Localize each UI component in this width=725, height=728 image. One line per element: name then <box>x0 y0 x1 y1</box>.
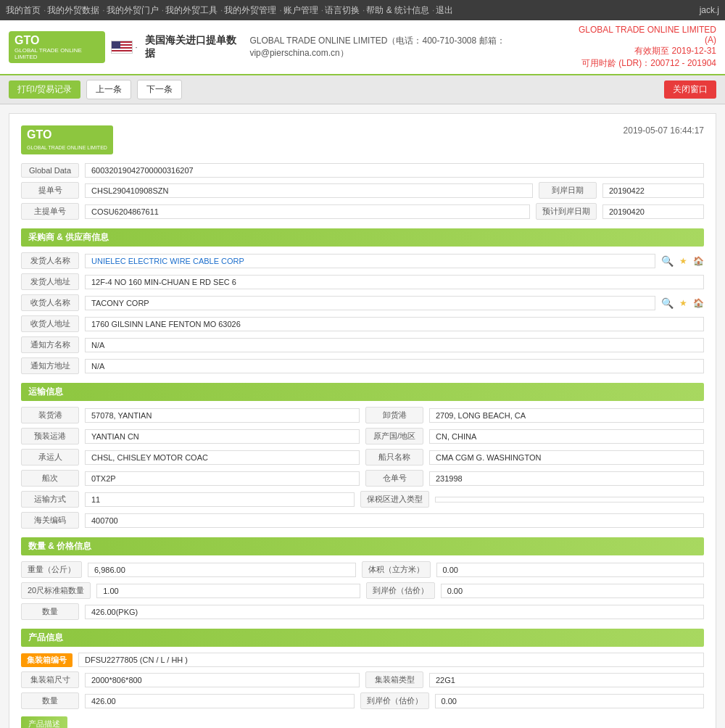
arrival-price-label: 到岸价（估价） <box>366 582 435 599</box>
load-port-label: 装货港 <box>21 407 79 423</box>
valid-until: 有效期至 2019-12-31 <box>576 45 716 57</box>
home-icon-consignee[interactable]: 🏠 <box>693 298 704 308</box>
load-port-value: 57078, YANTIAN <box>85 408 360 423</box>
product-desc-section: 产品描述 POWER CORD 细头 DETAIL AS PER LIST AT… <box>21 713 704 728</box>
print-button[interactable]: 打印/贸易记录 <box>9 80 80 99</box>
transport-value: 11 <box>85 492 355 507</box>
nav-language[interactable]: 语言切换 <box>325 4 360 17</box>
next-button[interactable]: 下一条 <box>137 80 182 99</box>
origin-label: 原产国/地区 <box>365 428 423 444</box>
product-arrival-price-value: 0.00 <box>435 694 705 708</box>
record-datetime: 2019-05-07 16:44:17 <box>624 125 704 136</box>
container-no-value: DFSU2277805 (CN / L / HH ) <box>78 653 704 667</box>
consignee-name-value: TACONY CORP <box>85 296 655 310</box>
notify-addr-value: N/A <box>85 359 704 373</box>
logo-sub: GLOBAL TRADE ONLINE LIMITED <box>14 47 99 60</box>
nav-trade-mgmt[interactable]: 我的外贸管理 <box>224 4 276 17</box>
container-size-row: 集装箱尺寸 2000*806*800 集装箱类型 22G1 <box>21 671 704 688</box>
volume-value: 0.00 <box>436 563 705 577</box>
container20-label: 20尺标准箱数量 <box>21 582 91 599</box>
notify-name-row: 通知方名称 N/A <box>21 336 704 353</box>
consignee-name-label: 收货人名称 <box>21 294 79 311</box>
main-content: GTO GLOBAL TRADE ONLINE LIMITED 2019-05-… <box>0 104 725 728</box>
master-bill-value: COSU6204867611 <box>85 204 530 219</box>
top-nav: 我的首页 · 我的外贸数据 · 我的外贸门户 · 我的外贸工具 · 我的外贸管理… <box>0 0 725 20</box>
star-icon-consignee[interactable]: ★ <box>679 298 687 308</box>
home-icon-shipper[interactable]: 🏠 <box>693 256 704 266</box>
container-no-badge: 集装箱编号 <box>21 653 72 667</box>
carrier-label: 承运人 <box>21 449 79 466</box>
quantity-label: 数量 <box>21 603 79 620</box>
customs-code-value: 400700 <box>85 513 704 528</box>
bonded-label: 保税区进入类型 <box>360 491 429 508</box>
star-icon-shipper[interactable]: ★ <box>679 256 687 266</box>
nav-trade-data[interactable]: 我的外贸数据 <box>47 4 99 17</box>
logo-box: GTO GLOBAL TRADE ONLINE LIMITED <box>9 31 105 63</box>
shipper-addr-label: 发货人地址 <box>21 273 79 290</box>
header: GTO GLOBAL TRADE ONLINE LIMITED · 美国海关进口… <box>0 20 725 75</box>
arrival-date-value: 20190422 <box>602 183 704 198</box>
volume-label: 体积（立方米） <box>362 561 431 578</box>
record-logo-sub: GLOBAL TRADE ONLINE LIMITED <box>27 145 107 150</box>
notify-addr-row: 通知方地址 N/A <box>21 357 704 374</box>
discharge-port-label: 卸货港 <box>365 407 423 423</box>
record-logo-text: GTO <box>27 128 51 141</box>
product-desc-label: 产品描述 <box>21 716 67 728</box>
container-type-label: 集装箱类型 <box>365 671 423 688</box>
consignee-addr-row: 收货人地址 1760 GILSINN LANE FENTON MO 63026 <box>21 315 704 332</box>
master-bill-row: 主提单号 COSU6204867611 预计到岸日期 20190420 <box>21 203 704 220</box>
record-logo: GTO GLOBAL TRADE ONLINE LIMITED <box>21 125 113 154</box>
company-info: GLOBAL TRADE ONLINE LIMITED（电话：400-710-3… <box>249 35 575 59</box>
carrier-row: 承运人 CHSL, CHISLEY MOTOR COAC 船只名称 CMA CG… <box>21 449 704 466</box>
container-type-value: 22G1 <box>429 673 704 687</box>
flag-icon <box>111 41 133 54</box>
consignee-name-row: 收货人名称 TACONY CORP 🔍 ★ 🏠 <box>21 294 704 311</box>
nav-help[interactable]: 帮助 & 统计信息 <box>366 4 429 17</box>
nav-trade-portal[interactable]: 我的外贸门户 <box>107 4 159 17</box>
nav-trade-tools[interactable]: 我的外贸工具 <box>165 4 218 17</box>
estimated-date-value: 20190420 <box>602 204 704 219</box>
port-row: 装货港 57078, YANTIAN 卸货港 2709, LONG BEACH,… <box>21 407 704 423</box>
search-icon-consignee[interactable]: 🔍 <box>661 297 674 309</box>
search-icon-shipper[interactable]: 🔍 <box>661 255 674 267</box>
master-bill-label: 主提单号 <box>21 203 79 220</box>
prev-button[interactable]: 上一条 <box>86 80 131 99</box>
bill-no-label: 提单号 <box>21 182 79 199</box>
shipper-addr-value: 12F-4 NO 160 MIN-CHUAN E RD SEC 6 <box>85 275 704 289</box>
flag-label: · <box>136 43 138 51</box>
arrival-price-value: 0.00 <box>441 584 704 598</box>
nav-account[interactable]: 账户管理 <box>283 4 318 17</box>
record-card: GTO GLOBAL TRADE ONLINE LIMITED 2019-05-… <box>9 113 716 728</box>
shipper-name-value[interactable]: UNIELEC ELECTRIC WIRE CABLE CORP <box>85 254 655 268</box>
pre-voyage-value: YANTIAN CN <box>85 429 360 444</box>
notify-name-value: N/A <box>85 338 704 352</box>
container-size-value: 2000*806*800 <box>85 673 360 687</box>
product-section-header: 产品信息 <box>21 629 704 647</box>
logo-area: GTO GLOBAL TRADE ONLINE LIMITED · 美国海关进口… <box>9 31 576 63</box>
bill-arrival-row: 提单号 CHSL290410908SZN 到岸日期 20190422 <box>21 182 704 199</box>
quantity-section-header: 数量 & 价格信息 <box>21 537 704 555</box>
top-toolbar: 打印/贸易记录 上一条 下一条 关闭窗口 <box>0 75 725 104</box>
quantity-value: 426.00(PKG) <box>85 605 704 619</box>
weight-value: 6,986.00 <box>88 563 356 577</box>
notify-addr-label: 通知方地址 <box>21 357 79 374</box>
arrival-date-label: 到岸日期 <box>539 182 597 199</box>
close-button[interactable]: 关闭窗口 <box>664 80 716 99</box>
shipper-name-row: 发货人名称 UNIELEC ELECTRIC WIRE CABLE CORP 🔍… <box>21 252 704 269</box>
notify-name-label: 通知方名称 <box>21 336 79 353</box>
container-size-label: 集装箱尺寸 <box>21 671 79 688</box>
nav-home[interactable]: 我的首页 <box>6 4 41 17</box>
record-header: GTO GLOBAL TRADE ONLINE LIMITED 2019-05-… <box>21 125 704 154</box>
transport-label: 运输方式 <box>21 491 79 508</box>
quantity-row: 数量 426.00(PKG) <box>21 603 704 620</box>
container20-row: 20尺标准箱数量 1.00 到岸价（估价） 0.00 <box>21 582 704 599</box>
bill-no-value: CHSL290410908SZN <box>85 183 533 198</box>
global-data-row: Global Data 60032019042700000316207 <box>21 163 704 178</box>
shipper-addr-row: 发货人地址 12F-4 NO 160 MIN-CHUAN E RD SEC 6 <box>21 273 704 290</box>
container20-value: 1.00 <box>96 584 360 598</box>
nav-logout[interactable]: 退出 <box>436 4 453 17</box>
transport-row: 运输方式 11 保税区进入类型 <box>21 491 704 508</box>
product-qty-label: 数量 <box>21 692 79 709</box>
global-data-label: Global Data <box>21 163 79 178</box>
shipping-section-header: 运输信息 <box>21 383 704 401</box>
